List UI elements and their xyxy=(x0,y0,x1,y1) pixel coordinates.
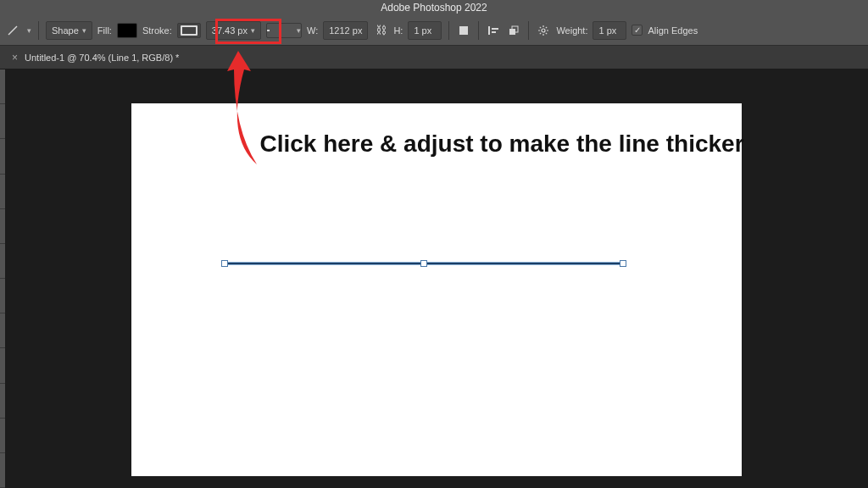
svg-rect-3 xyxy=(492,31,496,33)
align-edges-label: Align Edges xyxy=(648,25,698,36)
options-bar: ▾ Shape ▾ Fill: Stroke: 37.43 px ▾ ▾ W: … xyxy=(0,15,868,46)
weight-label: Weight: xyxy=(556,25,587,36)
annotation-highlight xyxy=(215,19,281,44)
svg-rect-1 xyxy=(488,26,490,35)
fill-swatch[interactable] xyxy=(117,23,137,38)
divider xyxy=(478,21,479,40)
fill-label: Fill: xyxy=(97,25,112,36)
document-tab[interactable]: × Untitled-1 @ 70.4% (Line 1, RGB/8) * xyxy=(5,52,186,64)
annotation-text: Click here & adjust to make the line thi… xyxy=(256,129,748,158)
divider xyxy=(528,21,529,40)
weight-input[interactable]: 1 px xyxy=(593,21,626,40)
transform-handle-right[interactable] xyxy=(620,260,626,267)
path-alignment-icon[interactable] xyxy=(486,23,501,38)
transform-handle-middle[interactable] xyxy=(420,260,427,267)
width-value: 1212 px xyxy=(329,25,362,36)
divider xyxy=(38,21,39,40)
app-title: Adobe Photoshop 2022 xyxy=(381,2,487,14)
gear-icon[interactable] xyxy=(536,23,551,38)
svg-rect-0 xyxy=(459,26,468,35)
line-shape[interactable] xyxy=(225,260,623,267)
tab-bar: × Untitled-1 @ 70.4% (Line 1, RGB/8) * xyxy=(0,46,868,69)
svg-point-6 xyxy=(542,29,545,32)
chevron-down-icon[interactable]: ▾ xyxy=(27,26,31,35)
height-input[interactable]: 1 px xyxy=(408,21,442,40)
link-icon[interactable]: ⛓ xyxy=(373,23,388,38)
height-label: H: xyxy=(393,25,403,36)
svg-rect-2 xyxy=(492,28,498,30)
transform-handle-left[interactable] xyxy=(221,260,228,267)
width-input[interactable]: 1212 px xyxy=(323,21,368,40)
tab-title: Untitled-1 @ 70.4% (Line 1, RGB/8) * xyxy=(25,53,179,63)
height-value: 1 px xyxy=(414,25,431,36)
close-icon[interactable]: × xyxy=(12,52,18,64)
tool-mode-dropdown[interactable]: Shape ▾ xyxy=(46,21,92,40)
path-arrangement-icon[interactable] xyxy=(506,23,521,38)
document-canvas[interactable] xyxy=(131,103,742,476)
align-edges-checkbox[interactable]: ✓ xyxy=(632,25,643,36)
width-label: W: xyxy=(307,25,318,36)
stroke-label: Stroke: xyxy=(142,25,172,36)
title-bar: Adobe Photoshop 2022 xyxy=(0,0,868,15)
weight-value: 1 px xyxy=(598,25,616,36)
chevron-down-icon: ▾ xyxy=(297,26,301,35)
chevron-down-icon: ▾ xyxy=(82,26,86,35)
divider xyxy=(448,21,449,40)
path-operations-icon[interactable] xyxy=(456,23,471,38)
line-tool-icon[interactable] xyxy=(7,25,19,36)
tool-mode-label: Shape xyxy=(52,25,79,36)
stroke-swatch[interactable] xyxy=(177,23,201,38)
